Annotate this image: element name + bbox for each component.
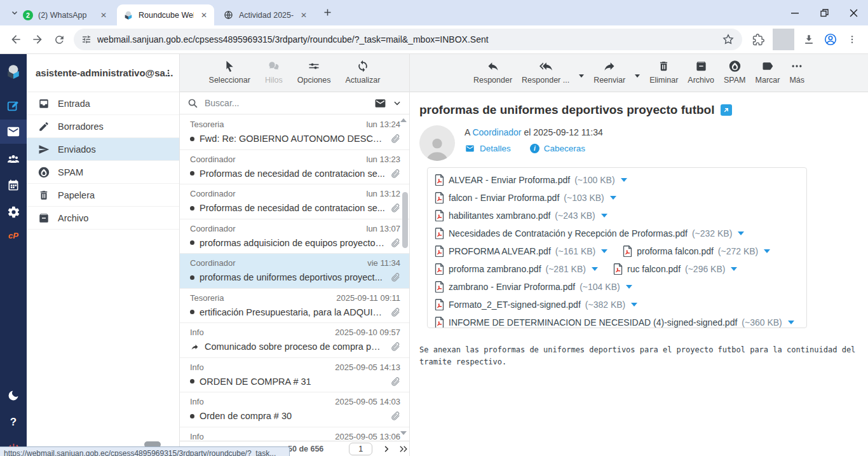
message-list-item[interactable]: Tesoreria lun 13:24 Fwd: Re: GOBIERNO AU…	[180, 115, 409, 150]
more-button[interactable]: Más	[789, 60, 804, 92]
open-in-new-window-icon[interactable]	[721, 104, 732, 116]
tab-close-icon[interactable]: ✕	[98, 10, 109, 20]
sliders-icon	[308, 60, 320, 73]
tab-close-icon[interactable]: ✕	[199, 10, 209, 20]
message-list-item[interactable]: Info 2025-09-05 14:13 ORDEN DE COMPRA # …	[180, 358, 409, 393]
reply-all-menu-caret-icon[interactable]	[579, 74, 584, 78]
attachment-size: (~296 KB)	[685, 264, 725, 274]
sidebar-item-borradores[interactable]: Borradores	[27, 115, 179, 138]
forward-button[interactable]: Reenviar	[593, 60, 625, 92]
options-button[interactable]: Opciones	[297, 60, 331, 92]
sidebar-item-archivo[interactable]: Archivo	[27, 207, 179, 230]
scrollbar-thumb[interactable]	[402, 192, 408, 248]
reload-button[interactable]	[48, 29, 70, 50]
search-input[interactable]	[205, 98, 368, 108]
message-list-item[interactable]: Info 2025-09-10 09:57 Comunicado sobre p…	[180, 323, 409, 358]
select-button[interactable]: Seleccionar	[209, 60, 250, 92]
attachment-item[interactable]: proforma falcon.pdf (~272 KB)	[623, 242, 770, 260]
attachment-item[interactable]: PROFORMA ALVEAR.pdf (~161 KB)	[435, 242, 607, 260]
threads-button[interactable]: Hilos	[265, 60, 283, 92]
mail-icon[interactable]	[0, 120, 27, 144]
account-menu-kebab-icon[interactable]	[163, 67, 174, 79]
message-list-item[interactable]: Info 2025-09-05 13:06	[180, 427, 409, 441]
tab-whatsapp[interactable]: 2 (2) WhatsApp ✕	[17, 4, 114, 25]
archive-button[interactable]: Archivo	[688, 60, 714, 92]
new-tab-button[interactable]	[323, 8, 332, 17]
attachment-item[interactable]: proforma zambrano.pdf (~281 KB)	[435, 260, 598, 278]
reply-all-button[interactable]: Responder ...	[522, 60, 569, 92]
attachment-menu-caret-icon[interactable]	[626, 285, 632, 289]
message-list-item[interactable]: Tesoreria 2025-09-11 09:11 ertificación …	[180, 289, 409, 324]
window-restore-button[interactable]	[810, 0, 839, 25]
last-page-icon[interactable]	[398, 445, 409, 453]
attachment-item[interactable]: INFORME DE DETERMINACION DE NECESIDAD (4…	[435, 314, 794, 328]
attachment-menu-caret-icon[interactable]	[788, 321, 794, 324]
attachment-menu-caret-icon[interactable]	[621, 178, 627, 182]
back-button[interactable]	[5, 29, 27, 50]
sidebar-item-entrada[interactable]: Entrada	[27, 92, 179, 115]
message-list-item[interactable]: Coordinador vie 11:34 proformas de unifo…	[180, 254, 409, 289]
attachment-item[interactable]: zambrano - Enviar Proforma.pdf (~104 KB)	[435, 278, 632, 296]
extensions-icon[interactable]	[747, 29, 769, 50]
attachment-menu-caret-icon[interactable]	[764, 249, 770, 253]
message-list-item[interactable]: Info 2025-09-05 14:03 Orden de compra # …	[180, 392, 409, 427]
page-number-box[interactable]: 1	[349, 443, 372, 455]
browser-menu-icon[interactable]	[841, 29, 863, 50]
sidebar-item-spam[interactable]: SPAM	[27, 161, 179, 184]
tab-close-icon[interactable]: ✕	[299, 10, 309, 20]
chat-bubbles-icon	[267, 60, 281, 73]
attachment-item[interactable]: falcon - Enviar Proforma.pdf (~103 KB)	[435, 189, 616, 207]
url-text[interactable]: webmail.sanjuan.gob.ec/cpsess4895969315/…	[97, 34, 716, 45]
settings-gear-icon[interactable]	[0, 200, 27, 224]
window-minimize-button[interactable]	[780, 0, 810, 25]
forward-button[interactable]	[27, 29, 48, 50]
reply-button[interactable]: Responder	[473, 60, 512, 92]
attachment-menu-caret-icon[interactable]	[601, 249, 607, 253]
message-list-item[interactable]: Coordinador lun 13:23 Proformas de neces…	[180, 150, 409, 185]
message-list-item[interactable]: Coordinador lun 13:12 Proformas de neces…	[180, 184, 409, 219]
attachment-item[interactable]: ruc falcon.pdf (~296 KB)	[613, 260, 738, 278]
sidebar-item-papelera[interactable]: Papelera	[27, 184, 179, 207]
profile-avatar-icon[interactable]	[820, 29, 841, 50]
attachment-item[interactable]: Formato_2_ET-signed-signed.pdf (~382 KB)	[435, 296, 637, 314]
delete-button[interactable]: Eliminar	[649, 60, 678, 92]
tab-actividad[interactable]: Actividad 2025-09-12 08:00:00 ✕	[217, 4, 314, 25]
site-info-icon[interactable]	[81, 34, 92, 45]
attachment-item[interactable]: ALVEAR - Enviar Proforma.pdf (~100 KB)	[435, 171, 627, 189]
cpanel-icon[interactable]: cP	[0, 223, 27, 247]
dark-mode-moon-icon[interactable]	[0, 383, 27, 408]
headers-toggle[interactable]: i Cabeceras	[530, 144, 585, 153]
attachment-menu-caret-icon[interactable]	[731, 267, 737, 271]
attachment-item[interactable]: habilitantes xambrano.pdf (~243 KB)	[435, 207, 607, 225]
details-toggle[interactable]: Detalles	[465, 144, 511, 153]
help-icon[interactable]: ?	[0, 410, 27, 434]
recipient-link[interactable]: Coordinador	[472, 127, 521, 137]
attachment-menu-caret-icon[interactable]	[592, 267, 598, 271]
scrollbar-down-arrow[interactable]	[400, 431, 407, 435]
scrollbar-up-arrow[interactable]	[400, 118, 407, 122]
search-scope-envelope-icon[interactable]	[374, 97, 386, 109]
bookmark-star-icon[interactable]	[722, 33, 735, 46]
sidebar-item-enviados[interactable]: Enviados	[27, 138, 179, 161]
window-close-button[interactable]	[839, 0, 868, 25]
attachment-menu-caret-icon[interactable]	[610, 196, 616, 200]
attachment-menu-caret-icon[interactable]	[738, 231, 744, 235]
next-page-icon[interactable]	[383, 445, 391, 453]
mark-button[interactable]: Marcar	[756, 60, 780, 92]
attachment-item[interactable]: Necesidades de Contratación y Recepción …	[435, 225, 744, 242]
contacts-icon[interactable]	[0, 147, 27, 171]
forward-menu-caret-icon[interactable]	[635, 74, 640, 78]
search-options-chevron-icon[interactable]	[393, 99, 402, 107]
refresh-button[interactable]: Actualizar	[346, 60, 381, 92]
spam-button[interactable]: SPAM	[724, 60, 746, 92]
attachment-menu-caret-icon[interactable]	[601, 214, 607, 218]
compose-icon[interactable]	[0, 94, 27, 118]
message-date-text: el 2025-09-12 11:34	[524, 127, 602, 137]
tab-roundcube[interactable]: Roundcube Webmail :: Enviados ✕	[117, 4, 214, 25]
attachment-name: PROFORMA ALVEAR.pdf	[449, 246, 551, 256]
calendar-icon[interactable]	[0, 173, 27, 197]
message-list-item[interactable]: Coordinador lun 13:07 proformas adquisic…	[180, 219, 409, 254]
attachment-menu-caret-icon[interactable]	[631, 303, 637, 307]
address-bar[interactable]: webmail.sanjuan.gob.ec/cpsess4895969315/…	[74, 29, 742, 50]
downloads-icon[interactable]	[798, 29, 820, 50]
